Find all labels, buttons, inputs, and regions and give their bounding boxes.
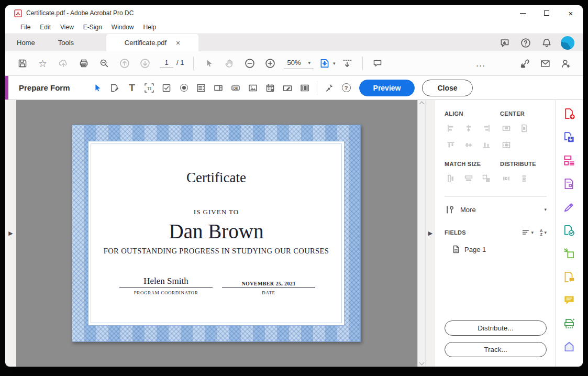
more-label: More	[460, 206, 476, 214]
comment-icon[interactable]	[369, 55, 386, 72]
align-top-icon[interactable]	[445, 139, 457, 151]
signature-field-icon[interactable]	[279, 79, 296, 96]
menu-view[interactable]: View	[56, 22, 79, 32]
previous-page-icon[interactable]	[116, 55, 133, 72]
organize-pages-icon[interactable]	[562, 153, 576, 168]
track-button[interactable]: Track...	[445, 342, 547, 357]
chevron-down-icon: ▾	[308, 60, 311, 65]
fill-and-sign-icon[interactable]	[562, 200, 576, 214]
preview-button[interactable]: Preview	[359, 80, 415, 96]
next-page-icon[interactable]	[136, 55, 153, 72]
tab-document-label: Certificate.pdf	[125, 39, 167, 47]
sort-by-order-icon[interactable]: ▾	[522, 228, 534, 237]
form-close-button[interactable]: Close	[422, 80, 472, 96]
signature-name: Helen Smith	[119, 273, 213, 288]
fields-page-item[interactable]: Page 1	[445, 240, 547, 253]
page-number-input[interactable]	[160, 59, 173, 68]
sort-alphabetical-icon[interactable]: AZ ▾	[540, 228, 547, 237]
account-avatar[interactable]	[560, 35, 575, 51]
print-icon[interactable]	[75, 55, 92, 72]
scroll-mode-icon[interactable]	[339, 55, 356, 72]
export-pdf-icon[interactable]	[562, 130, 576, 145]
more-tools-icon[interactable]: …	[472, 55, 489, 72]
list-box-field-icon[interactable]	[193, 79, 210, 96]
convert-to-form-icon[interactable]	[562, 176, 576, 191]
right-panel-toggle[interactable]: ▶	[425, 100, 435, 367]
email-icon[interactable]	[537, 55, 554, 72]
vertical-scrollbar[interactable]	[417, 100, 425, 367]
create-pdf-icon[interactable]	[562, 106, 576, 121]
page-fit-combo[interactable]: ▾	[319, 58, 336, 69]
signature-block: Helen Smith PROGRAM COORDINATOR	[119, 273, 213, 295]
edit-fields-icon[interactable]	[106, 79, 124, 96]
distribute-button[interactable]: Distribute...	[445, 320, 547, 336]
match-both-icon[interactable]	[480, 172, 493, 185]
center-vertically-icon[interactable]	[518, 122, 530, 135]
dropdown-field-icon[interactable]	[210, 79, 227, 96]
crop-pages-icon[interactable]	[562, 246, 576, 261]
center-horizontally-icon[interactable]	[500, 122, 513, 135]
zoom-in-icon[interactable]	[261, 55, 279, 72]
menu-help[interactable]: Help	[139, 22, 161, 32]
zoom-out-icon[interactable]	[241, 55, 258, 72]
tab-document[interactable]: Certificate.pdf ×	[106, 34, 198, 51]
match-height-icon[interactable]	[445, 172, 457, 185]
rail-more-chevron[interactable]	[562, 363, 576, 367]
export-convert-icon[interactable]	[562, 223, 576, 238]
select-tool-icon[interactable]	[200, 55, 217, 72]
feedback-icon[interactable]	[497, 35, 513, 51]
share-with-people-icon[interactable]	[557, 55, 574, 72]
star-favorite-icon[interactable]: ☆	[34, 55, 51, 72]
save-icon[interactable]	[14, 55, 31, 72]
date-field-icon[interactable]	[262, 79, 279, 96]
more-tools-row[interactable]: More ▾	[445, 197, 547, 222]
minimize-icon	[520, 13, 526, 14]
align-left-icon[interactable]	[445, 122, 457, 135]
center-both-icon[interactable]	[500, 139, 513, 151]
menu-edit[interactable]: Edit	[35, 22, 56, 32]
distribute-vertically-icon[interactable]	[518, 172, 530, 185]
scroll-up-icon[interactable]	[419, 102, 424, 107]
align-vertical-middle-icon[interactable]	[462, 139, 475, 151]
button-field-icon[interactable]: OK	[227, 79, 245, 96]
menu-window[interactable]: Window	[107, 22, 139, 32]
search-icon[interactable]	[95, 55, 113, 72]
minimize-button[interactable]	[511, 5, 535, 21]
tab-tools[interactable]: Tools	[47, 34, 85, 51]
align-horizontal-center-icon[interactable]	[462, 122, 475, 135]
navigation-pane-toggle[interactable]: ▶	[5, 100, 16, 367]
hand-tool-icon[interactable]	[220, 55, 238, 72]
comments-icon[interactable]	[562, 293, 576, 307]
review-document-icon[interactable]	[562, 270, 576, 284]
text-tool-icon[interactable]: T	[124, 79, 141, 96]
scan-ocr-icon[interactable]	[562, 316, 576, 331]
tab-home[interactable]: Home	[5, 34, 47, 51]
align-right-icon[interactable]	[480, 122, 493, 135]
barcode-field-icon[interactable]	[296, 79, 314, 96]
menu-esign[interactable]: E-Sign	[79, 22, 107, 32]
align-bottom-icon[interactable]	[480, 139, 493, 151]
radio-button-field-icon[interactable]	[175, 79, 193, 96]
svg-text:TI: TI	[147, 85, 152, 91]
match-width-icon[interactable]	[462, 172, 475, 185]
protect-icon[interactable]	[562, 339, 576, 354]
maximize-button[interactable]	[535, 5, 559, 21]
tab-close-icon[interactable]: ×	[176, 39, 180, 47]
form-select-tool-icon[interactable]	[89, 79, 106, 96]
share-upload-icon[interactable]	[54, 55, 72, 72]
zoom-level-value: 50%	[287, 59, 301, 67]
scroll-down-icon[interactable]	[419, 360, 424, 366]
tools-rail	[555, 100, 583, 367]
distribute-horizontally-icon[interactable]	[500, 172, 513, 185]
checkbox-field-icon[interactable]	[158, 79, 175, 96]
image-field-icon[interactable]	[245, 79, 262, 96]
help-icon[interactable]	[518, 35, 534, 51]
close-button[interactable]: ×	[559, 5, 583, 21]
pin-toolbar-icon[interactable]	[320, 79, 338, 96]
share-link-icon[interactable]	[516, 55, 534, 72]
formbar-help-icon[interactable]: ?	[338, 79, 355, 96]
menu-file[interactable]: File	[16, 22, 35, 32]
notifications-bell-icon[interactable]	[539, 35, 554, 51]
zoom-level-combo[interactable]: 50% ▾	[284, 58, 314, 69]
text-field-icon[interactable]: TI	[141, 79, 158, 96]
